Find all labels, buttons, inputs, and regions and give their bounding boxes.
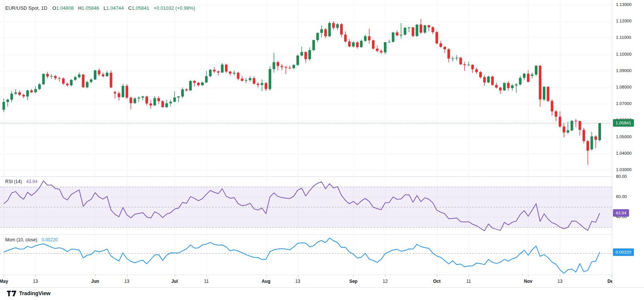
time-axis-tick xyxy=(437,275,437,276)
momentum-legend: Mom (10, close) 0.00220 xyxy=(5,237,58,242)
time-axis-label: Oct xyxy=(433,279,441,284)
price-axis-label: 1.08000 xyxy=(616,85,632,89)
close-value: 1.05841 xyxy=(132,5,149,11)
tradingview-logo[interactable]: TradingView xyxy=(7,290,50,296)
time-axis-label: Nov xyxy=(524,279,533,284)
time-axis-label: 11 xyxy=(466,279,471,284)
time-axis-label: Jul xyxy=(171,279,178,284)
price-axis-label: 1.10000 xyxy=(616,52,632,56)
time-axis-tick xyxy=(469,275,469,276)
open-value: 1.04808 xyxy=(56,5,74,11)
price-axis-label: 1.09000 xyxy=(616,68,632,73)
rsi-axis-label: 80.00 xyxy=(616,174,627,179)
tradingview-icon xyxy=(7,291,17,296)
open-label: O xyxy=(52,5,56,11)
time-axis-tick xyxy=(36,275,36,276)
rsi-value: 43.94 xyxy=(26,179,37,184)
rsi-value-tag: 43.94 xyxy=(613,209,629,217)
time-axis-tick xyxy=(528,275,529,276)
bottom-strip: TradingView xyxy=(0,287,644,300)
time-axis-tick xyxy=(385,275,385,276)
time-axis-label: Sep xyxy=(349,279,357,284)
time-axis-label: 13 xyxy=(124,279,129,284)
time-axis-label: Aug xyxy=(262,279,270,284)
tradingview-wordmark: TradingView xyxy=(19,290,50,296)
low-value: 1.04744 xyxy=(106,5,124,11)
symbol-legend: EUR/USD Spot, 1D O1.04808 H1.05846 L1.04… xyxy=(5,5,195,11)
price-axis-label: 1.11000 xyxy=(616,35,631,40)
time-axis-tick xyxy=(298,275,298,276)
price-axis-label: 1.07000 xyxy=(616,101,632,106)
momentum-value-tag: 0.00220 xyxy=(613,248,634,256)
price-axis[interactable]: 1.130001.120001.110001.100001.090001.080… xyxy=(612,0,644,287)
time-axis-tick xyxy=(560,275,560,276)
time-axis-tick xyxy=(266,275,266,276)
rsi-axis-label: 60.00 xyxy=(616,194,627,199)
price-axis-label: 1.05000 xyxy=(616,134,632,139)
time-axis[interactable]: May13Jun13Jul11Aug13Sep12Oct11Nov13Dec xyxy=(0,275,612,287)
rsi-title: RSI (14) xyxy=(5,179,22,184)
time-axis-label: 13 xyxy=(33,279,38,284)
time-axis-tick xyxy=(4,275,4,276)
price-axis-label: 1.12000 xyxy=(616,19,632,23)
momentum-value: 0.00220 xyxy=(41,237,58,242)
close-label: C xyxy=(128,5,132,11)
time-axis-tick xyxy=(127,275,127,276)
time-axis-label: 11 xyxy=(204,279,209,284)
time-axis-label: Jun xyxy=(91,279,99,284)
change-value: +0.01032 (+0.98%) xyxy=(154,5,195,11)
time-axis-tick xyxy=(206,275,207,276)
momentum-title: Mom (10, close) xyxy=(5,237,37,242)
symbol-title: EUR/USD Spot, 1D xyxy=(5,5,47,11)
time-axis-label: 13 xyxy=(558,279,563,284)
time-axis-tick xyxy=(95,275,95,276)
time-axis-label: 12 xyxy=(383,279,388,284)
time-axis-tick xyxy=(353,275,354,276)
time-axis-tick xyxy=(175,275,175,276)
high-value: 1.05846 xyxy=(81,5,99,11)
chart-window: EUR/USD Spot, 1D O1.04808 H1.05846 L1.04… xyxy=(0,0,644,300)
time-axis-label: 13 xyxy=(295,279,300,284)
time-axis-label: Dec xyxy=(607,279,612,284)
time-axis-label: May xyxy=(0,279,8,284)
rsi-legend: RSI (14) 43.94 xyxy=(5,179,37,184)
price-axis-label: 1.13000 xyxy=(616,2,632,7)
price-axis-label: 1.03000 xyxy=(616,167,632,172)
chart-canvas[interactable] xyxy=(0,0,644,300)
price-axis-label: 1.04000 xyxy=(616,151,632,155)
last-price-tag: 1.05841 xyxy=(613,119,634,127)
time-axis-tick xyxy=(611,275,612,276)
